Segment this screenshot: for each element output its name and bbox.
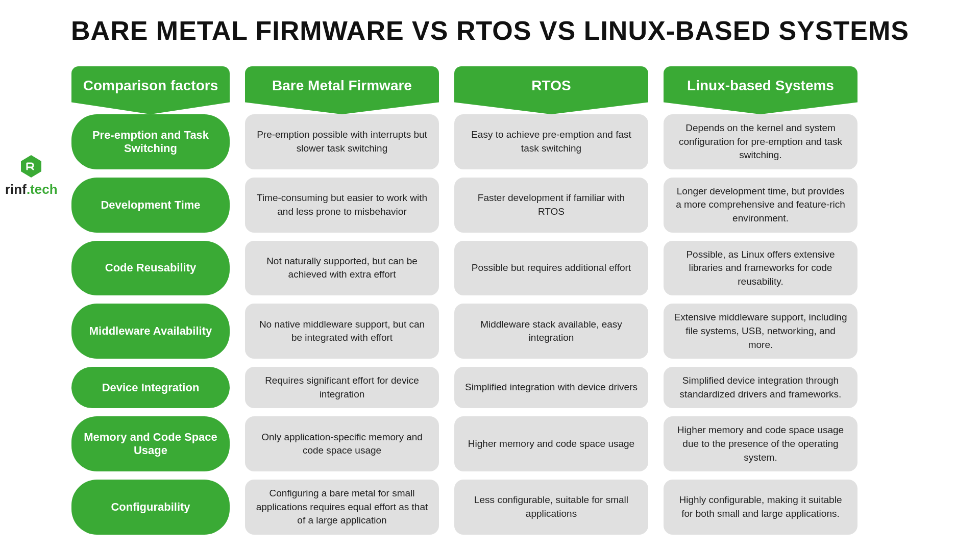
bare-metal-6: Only application-specific memory and cod… [245,416,439,471]
comparison-table: Comparison factors Bare Metal Firmware R… [71,66,929,543]
page-title: BARE METAL FIRMWARE VS RTOS VS LINUX-BAS… [31,15,949,46]
rtos-4: Middleware stack available, easy integra… [454,304,648,359]
header-factors: Comparison factors [71,66,230,114]
bare-metal-1: Pre-emption possible with interrupts but… [245,114,439,169]
factor-5: Device Integration [71,367,230,408]
bare-metal-2: Time-consuming but easier to work with a… [245,178,439,233]
header-rtos: RTOS [454,66,648,114]
rtos-2: Faster development if familiar with RTOS [454,178,648,233]
bare-metal-3: Not naturally supported, but can be achi… [245,241,439,296]
factor-6: Memory and Code Space Usage [71,416,230,471]
linux-6: Higher memory and code space usage due t… [664,416,857,471]
header-bare-metal: Bare Metal Firmware [245,66,439,114]
factor-3: Code Reusability [71,241,230,296]
rtos-3: Possible but requires additional effort [454,241,648,296]
factor-1: Pre-emption and Task Switching [71,114,230,169]
header-linux: Linux-based Systems [664,66,857,114]
bare-metal-5: Requires significant effort for device i… [245,367,439,408]
bare-metal-7: Configuring a bare metal for small appli… [245,480,439,535]
factor-7: Configurability [71,480,230,535]
logo-icon [18,153,44,180]
rtos-5: Simplified integration with device drive… [454,367,648,408]
linux-2: Longer development time, but provides a … [664,178,857,233]
rtos-7: Less configurable, suitable for small ap… [454,480,648,535]
rtos-1: Easy to achieve pre-emption and fast tas… [454,114,648,169]
bare-metal-4: No native middleware support, but can be… [245,304,439,359]
page: rinf.tech BARE METAL FIRMWARE VS RTOS VS… [0,0,980,551]
linux-5: Simplified device integration through st… [664,367,857,408]
linux-7: Highly configurable, making it suitable … [664,480,857,535]
factor-2: Development Time [71,178,230,233]
factor-4: Middleware Availability [71,304,230,359]
linux-4: Extensive middleware support, including … [664,304,857,359]
linux-1: Depends on the kernel and system configu… [664,114,857,169]
logo-text: rinf.tech [5,182,58,197]
logo: rinf.tech [5,153,58,197]
rtos-6: Higher memory and code space usage [454,416,648,471]
linux-3: Possible, as Linux offers extensive libr… [664,241,857,296]
